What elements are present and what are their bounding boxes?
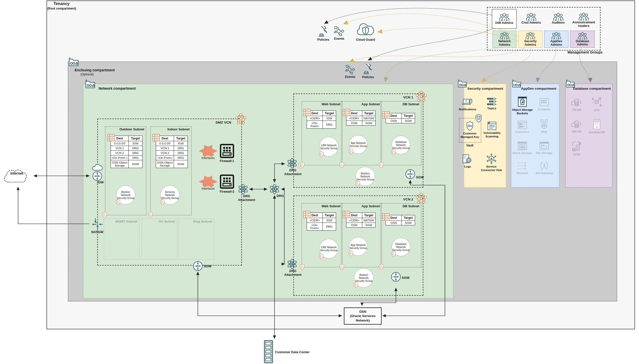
database-admins-group: Database Admins [570,31,595,48]
management-groups-label: Management Groups [562,50,603,54]
people-icon [577,13,590,21]
drg-attachment-icon-dmz [237,184,249,194]
igw-cloud-icon [92,163,103,171]
auditors-group: Auditors [546,10,570,27]
osn-box: OSN (Oracle Services Network) [344,307,382,325]
announcement-readers-group: Announcement readers [571,10,596,30]
people-icon [524,32,536,39]
osn-line1: OSN [344,309,381,314]
compute-icon [539,97,549,107]
route-table-icon [152,134,160,141]
outdoor-route-table: DestTarget 0.0.0.0/0IGW VCN 1DRG VCN 2DR… [111,136,143,168]
notifications-icon [462,97,473,107]
policies-icon [318,26,328,37]
api-gateway-icon [539,161,549,171]
security-admins-group: Security Admins [518,31,542,48]
security-list-icon [379,264,384,270]
vcn-icon [415,192,427,204]
vulnerability-scanning-service: Vulnerability Scanning [480,121,504,138]
api-gateway-service: API Gateway [533,161,555,175]
firewall-2-label: Firewall-2 [218,190,236,193]
vcn2-db-subnet: DB Subnet [381,203,421,267]
atp-icon [591,97,603,108]
subnets-interfaces-label-1: Subnets Interfaces [199,153,217,160]
atp-service: ATP [586,97,608,112]
vcn2-lbr-nsg: LBR Network Security Group [319,239,338,258]
file-storage-service: File Storage [533,141,555,155]
logs-service: Logs [457,154,478,169]
block-storage-service: Block Storage [512,141,533,155]
notifications-service: Notifications [457,97,478,111]
events-icon [345,65,355,74]
adw-service: ADW [566,141,587,157]
osn-line2: (Oracle Services Network) [344,314,381,323]
firewall-1-icon [220,144,234,158]
policies-icon [363,64,373,75]
ha-subnet: HA Subnet [142,219,177,260]
vcn1-app-nsg: App Network Security Group [349,135,368,154]
functions-service: Functions [512,120,533,134]
dmz-vcn-title: DMZ VCN [216,121,231,124]
people-icon [498,13,511,21]
indoor-subnet-title: Indoor Subnet [167,127,190,131]
vcn2-app-rt: DestTarget <CIDR>NATGW OSNSGW [346,213,376,228]
security-list-icon [116,199,121,205]
database-compartment-title: Database compartment [573,87,611,90]
service-connector-hub-icon [486,153,497,164]
people-icon [552,13,565,21]
security-list-icon [102,212,107,218]
vcn2-title: VCN 2 [403,197,413,201]
vcn1-app-rt: DestTarget <CIDR>NATGW OSNSGW [346,111,376,126]
vcn1-bastion-nsg: Bastion Network Security Group [355,167,375,186]
object-storage-service: Object Storage Buckets [511,96,534,115]
vm-db-icon [571,97,582,108]
exadata-db-service: Exadata DB [586,119,608,134]
vault-label: Vault [462,144,477,147]
enclosing-policies-label: Policies [362,75,374,79]
appdev-compartment-title: AppDev compartment [520,87,558,90]
topics-service: Topics [481,97,503,110]
security-list-icon [160,199,165,205]
firewall-1-label: Firewall-1 [218,159,236,163]
sgw-icon-vcn1 [405,169,415,179]
functions-icon [517,120,527,130]
drg-icon [269,184,280,194]
oke-service: OKE [533,119,555,134]
security-compartment-title: Security compartment [466,87,505,90]
customer-data-center-label: Customer Data Center [275,350,309,354]
people-icon [550,32,562,39]
appdev-admins-group: AppDev Admins [544,31,568,48]
natgw-label: NATGW [90,230,105,234]
oke-icon [539,119,549,130]
mgmt-subnet: MGMT Subnet [104,219,139,260]
vcn1-title: VCN 1 [403,95,413,99]
enclosing-events-label: Events [345,75,355,79]
block-storage-icon [517,141,527,151]
drg-label: DRG [277,194,284,198]
security-list-icon [379,162,384,168]
people-icon [498,32,511,39]
internet-cloud: Internet [2,164,32,184]
customer-managed-key-service: Customer Managed Key [460,121,480,139]
network-compartment-title: Network compartment [99,86,136,90]
security-list-icon [300,264,305,270]
vcn2-web-rt: DestTarget <CIDR>IGW <On-Prem>DRG [307,213,336,231]
security-list-icon [300,162,305,168]
vcn-icon [235,113,247,125]
vulnerability-scanning-icon [487,121,497,131]
vcn1-db-nsg: Database Network Security Group [392,136,410,154]
sgw-label-vcn1: SGW [416,175,424,179]
exadata-db-icon [592,119,602,130]
services-nsg-dmz: Services Network Security Group [160,185,179,204]
root-cloud-guard: Cloud Guard [354,23,377,42]
customer-data-center-icon [264,340,273,363]
internet-label: Internet [9,171,25,175]
topics-icon [486,97,497,106]
compartment-icon [84,79,96,89]
tenancy-subtitle: (Root compartment) [47,7,76,10]
outdoor-subnet-title: Outdoor Subnet [119,127,144,131]
tenancy-title: Tenancy [54,2,70,6]
bm-db-icon [571,119,582,129]
igw-label: IGW [97,180,104,184]
vcn2-db-rt: DestTarget OSNSGW [386,215,415,225]
